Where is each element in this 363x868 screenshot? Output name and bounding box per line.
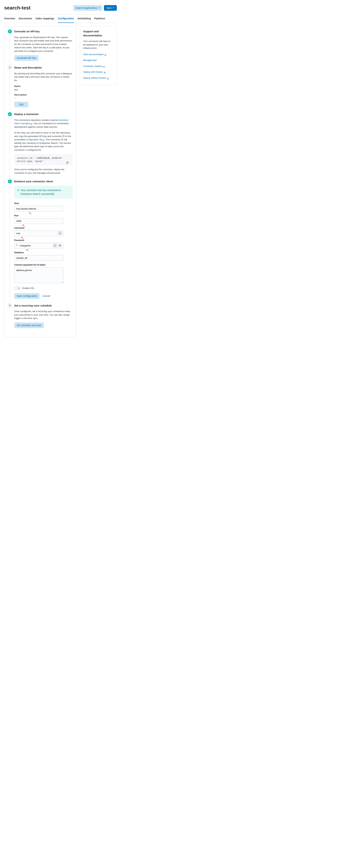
keychain-icon[interactable]: ••• <box>58 231 62 235</box>
name-label: Name <box>14 85 73 88</box>
edit-button[interactable]: Edit <box>14 102 28 107</box>
port-label: Port <box>14 214 73 217</box>
tab-documents[interactable]: Documents <box>19 14 32 23</box>
tables-label: Comma-separated list of tables <box>14 263 73 267</box>
port-input[interactable] <box>14 218 63 224</box>
search-applications-button[interactable]: Search Applications <box>73 5 102 11</box>
check-icon <box>9 30 11 32</box>
username-input[interactable] <box>14 230 63 236</box>
lock-icon <box>16 244 18 247</box>
enable-ssl-label: Enable SSL <box>22 286 34 290</box>
tab-configuration[interactable]: Configuration <box>58 14 74 23</box>
step-badge-number: 5 <box>8 304 12 308</box>
host-label: Host <box>14 202 73 205</box>
generate-api-key-button[interactable]: Generate API key <box>14 55 38 61</box>
external-link-icon <box>104 71 106 73</box>
save-configuration-button[interactable]: Save configuration <box>14 293 39 299</box>
sync-button[interactable]: Sync <box>104 5 117 11</box>
tables-textarea[interactable] <box>14 267 63 283</box>
support-panel: Support and documentation Your connector… <box>80 27 117 85</box>
external-link-icon <box>30 123 32 125</box>
toggle-password-visibility[interactable] <box>58 243 62 248</box>
step-title: Deploy a connector <box>14 112 73 116</box>
step-description: First, generate an Elasticsearch API key… <box>14 36 73 53</box>
step-title: Enhance your connector client <box>14 180 73 184</box>
chevron-down-icon <box>98 7 100 8</box>
tab-overview[interactable]: Overview <box>4 14 15 23</box>
name-value: test <box>14 88 73 92</box>
deploy-with-docker-link[interactable]: Deploy with Docker <box>83 70 113 74</box>
set-schedule-button[interactable]: Set schedule and sync <box>14 322 44 328</box>
check-icon <box>17 189 20 192</box>
deploy-p2: In this step, you will need to clone or … <box>14 131 73 152</box>
view-documentation-link[interactable]: View documentation <box>83 53 113 56</box>
chevron-down-icon <box>113 7 114 8</box>
support-description: Your connector will have to be deployed … <box>83 39 113 50</box>
step-title: Set a recurring sync schedule <box>14 304 73 308</box>
copy-button[interactable] <box>66 161 69 164</box>
eye-off-icon <box>59 244 61 247</box>
manage-keys-link[interactable]: Manage keys <box>83 59 113 62</box>
database-label: Database <box>14 251 73 254</box>
tab-scheduling[interactable]: Scheduling <box>78 14 91 23</box>
copy-icon <box>66 161 69 164</box>
step-title: Generate an API key <box>14 30 73 34</box>
x-icon: ✕ <box>18 287 20 290</box>
host-input[interactable] <box>14 206 63 212</box>
external-link-icon <box>107 77 109 79</box>
steps-panel: Generate an API key First, generate an E… <box>4 27 76 337</box>
success-callout: Your connector test has connected to Ent… <box>14 186 73 199</box>
step-description: By naming and describing this connector … <box>14 72 73 82</box>
configuration-file-link[interactable]: configuration file <box>26 138 45 141</box>
step-badge-number: 2 <box>8 66 12 69</box>
external-link-icon <box>103 65 105 67</box>
deploy-without-docker-link[interactable]: Deploy without Docker <box>83 76 113 80</box>
svg-rect-2 <box>16 245 18 246</box>
connector-readme-link[interactable]: Connector readme <box>83 64 113 68</box>
keychain-icon[interactable]: ••• <box>53 243 57 248</box>
step-title: Name and description <box>14 66 73 70</box>
enable-ssl-toggle[interactable]: ✕ <box>14 287 21 290</box>
code-block: connector_id: "_40HRIkBkZK_-Wv90ufw" ser… <box>14 154 73 165</box>
step-badge-done <box>8 30 12 33</box>
step-description: Once configured, set a recurring sync sc… <box>14 310 73 320</box>
tab-index-mappings[interactable]: Index mappings <box>36 14 55 23</box>
check-icon <box>9 180 11 183</box>
page-title: search-test <box>4 4 30 11</box>
username-label: Username <box>14 226 73 229</box>
database-input[interactable] <box>14 255 63 261</box>
step-badge-done <box>8 112 12 116</box>
external-link-icon <box>105 54 106 56</box>
deploy-p3: Once you've configured the connector, de… <box>14 168 73 175</box>
password-label: Password <box>14 239 73 242</box>
description-label: Description <box>14 93 73 97</box>
support-title: Support and documentation <box>83 30 113 37</box>
description-value: -- <box>14 97 73 100</box>
deploy-p1: The connectors repository contains sever… <box>14 118 73 129</box>
external-link-icon <box>43 139 45 141</box>
check-icon <box>9 113 11 115</box>
tab-pipelines[interactable]: Pipelines <box>94 14 105 23</box>
tabs: Overview Documents Index mappings Config… <box>4 14 117 23</box>
cancel-button[interactable]: Cancel <box>43 294 50 297</box>
step-badge-done <box>8 180 12 183</box>
